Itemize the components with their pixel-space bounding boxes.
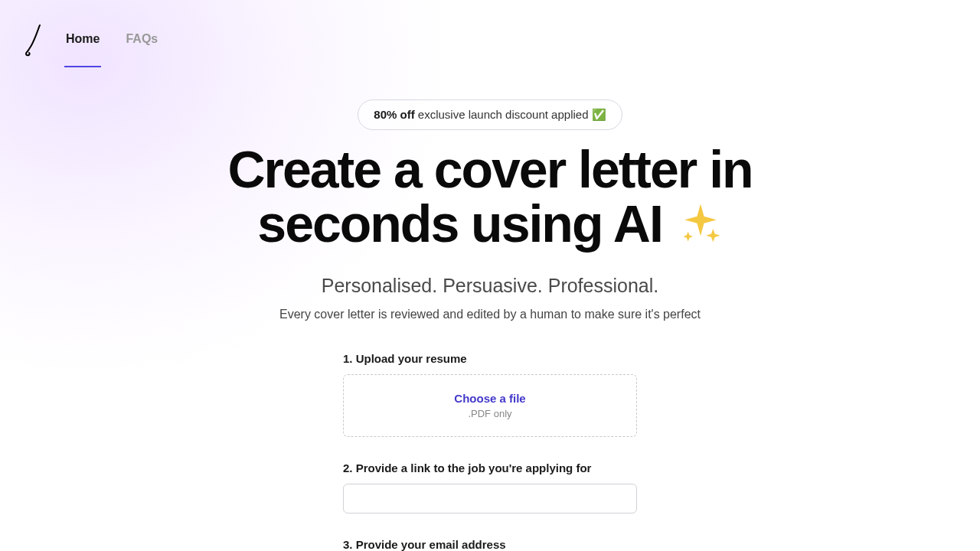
resume-upload[interactable]: Choose a file .PDF only	[343, 374, 637, 437]
hero-title-text: Create a cover letter in seconds using A…	[227, 140, 752, 253]
job-link-input[interactable]	[343, 484, 637, 514]
sparkles-icon	[678, 199, 723, 253]
step2-label: 2. Provide a link to the job you're appl…	[343, 461, 637, 474]
choose-file-text: Choose a file	[351, 392, 629, 405]
main-content: 80% off exclusive launch discount applie…	[0, 67, 980, 551]
step1-label: 1. Upload your resume	[343, 352, 637, 365]
hero-subtitle: Personalised. Persuasive. Professional.	[322, 275, 659, 297]
discount-badge: 80% off exclusive launch discount applie…	[358, 99, 622, 130]
nav-faqs[interactable]: FAQs	[124, 17, 159, 67]
step3-label: 3. Provide your email address	[343, 538, 637, 551]
main-nav: Home FAQs	[64, 17, 159, 67]
hero-title: Create a cover letter in seconds using A…	[145, 142, 835, 253]
file-type-hint: .PDF only	[351, 408, 629, 419]
header: Home FAQs	[0, 0, 980, 67]
discount-amount: 80% off	[374, 108, 414, 121]
logo-link[interactable]	[23, 24, 44, 60]
nav-home[interactable]: Home	[64, 17, 101, 67]
quill-icon	[23, 24, 44, 60]
discount-text: exclusive launch discount applied ✅	[415, 108, 606, 121]
cover-letter-form: 1. Upload your resume Choose a file .PDF…	[343, 352, 637, 551]
hero-tagline: Every cover letter is reviewed and edite…	[279, 308, 701, 321]
